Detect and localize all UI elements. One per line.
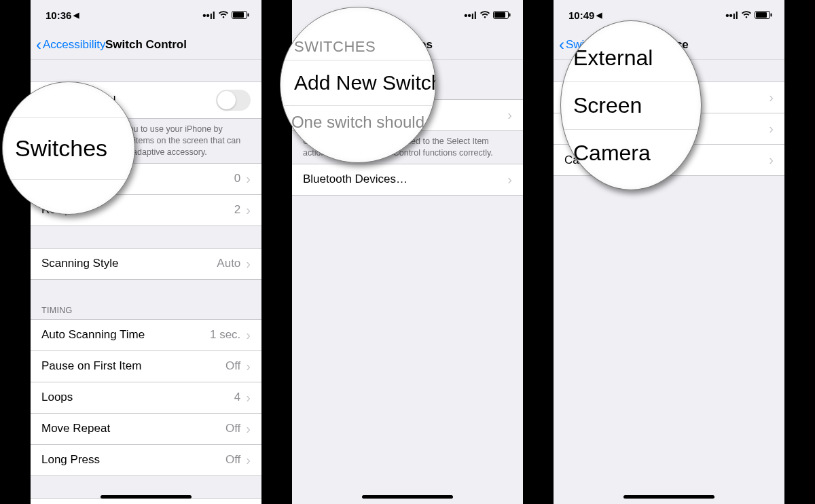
wifi-icon [741,10,752,21]
home-indicator[interactable] [362,495,453,499]
chevron-right-icon: › [246,327,251,343]
location-icon: ◀ [596,11,602,20]
magnifier-switches: Switches [2,82,135,215]
cell-value: 0 [234,172,240,185]
chevron-right-icon: › [769,152,774,168]
magnified-screen: Screen [561,82,701,130]
timing-header: TIMING [31,302,261,319]
phone-screen-switch-control: 10:36 ◀ ••ıl ‹ Accessibility Switch Cont… [31,0,261,504]
cell-value: Off [225,453,240,467]
cell-value: Off [225,359,240,373]
battery-icon [755,10,772,21]
cell-label: Loops [41,391,234,404]
magnified-header: SWITCHES [280,31,435,60]
back-button[interactable]: ‹ Accessibility [36,35,106,54]
scanning-style-row[interactable]: Scanning Style Auto› [31,248,261,280]
chevron-right-icon: › [246,202,251,218]
chevron-right-icon: › [507,172,512,187]
magnifier-source-options: External Screen Camera [560,20,702,190]
chevron-left-icon: ‹ [36,35,41,54]
magnified-text: Switches [15,135,107,161]
battery-icon [493,10,511,21]
chevron-right-icon: › [246,171,251,187]
cell-label: Move Repeat [41,422,225,435]
long-press-row[interactable]: Long Press Off› [31,445,261,476]
magnified-subtext: One switch should [280,106,435,139]
location-icon: ◀ [73,11,79,20]
status-time: 10:36 [46,10,71,21]
cell-value: 1 sec. [210,328,240,342]
cell-label: Long Press [41,453,225,467]
pause-first-item-row[interactable]: Pause on First Item Off› [31,351,261,382]
cell-label: Pause on First Item [41,359,225,373]
wifi-icon [218,10,229,21]
chevron-right-icon: › [769,90,774,105]
move-repeat-row[interactable]: Move Repeat Off› [31,414,261,445]
signal-icon: ••ıl [202,10,215,21]
nav-bar: ‹ Accessibility Switch Control [31,30,261,60]
home-indicator[interactable] [623,495,714,499]
signal-icon: ••ıl [464,10,477,21]
bluetooth-devices-row[interactable]: Bluetooth Devices… › [292,164,523,196]
cell-value: Auto [217,257,240,270]
status-time: 10:49 [568,10,594,21]
signal-icon: ••ıl [725,10,738,21]
chevron-right-icon: › [246,359,251,374]
tap-behavior-row[interactable]: Tap Behavior Default› [31,498,261,504]
svg-rect-8 [771,13,772,16]
home-indicator[interactable] [101,495,192,499]
cell-value: 4 [234,391,240,404]
wifi-icon [479,10,490,21]
back-label: Accessibility [43,38,106,52]
chevron-right-icon: › [246,421,251,437]
magnified-text: Add New Switch [294,71,436,94]
chevron-right-icon: › [246,452,251,468]
svg-rect-1 [233,12,244,18]
svg-rect-4 [494,12,505,18]
cell-label: Auto Scanning Time [41,328,210,342]
chevron-right-icon: › [507,107,512,123]
status-bar: 10:36 ◀ ••ıl [31,0,261,30]
battery-icon [232,10,249,21]
auto-scanning-time-row[interactable]: Auto Scanning Time 1 sec.› [31,319,261,351]
cell-value: 2 [234,203,240,217]
svg-rect-7 [756,12,767,18]
status-bar: 10:49 ◀ ••ıl [554,0,784,30]
chevron-right-icon: › [246,256,251,272]
cell-value: Off [225,422,240,435]
chevron-left-icon: ‹ [559,35,564,54]
chevron-right-icon: › [246,390,251,406]
toggle-off[interactable] [216,90,251,111]
svg-rect-5 [509,13,511,16]
magnifier-add-new-switch: SWITCHES Add New Switch One switch shoul… [280,7,436,163]
svg-rect-2 [248,13,249,16]
cell-label: Bluetooth Devices… [303,173,507,186]
loops-row[interactable]: Loops 4› [31,382,261,414]
chevron-right-icon: › [769,121,774,137]
cell-label: Scanning Style [41,257,217,270]
